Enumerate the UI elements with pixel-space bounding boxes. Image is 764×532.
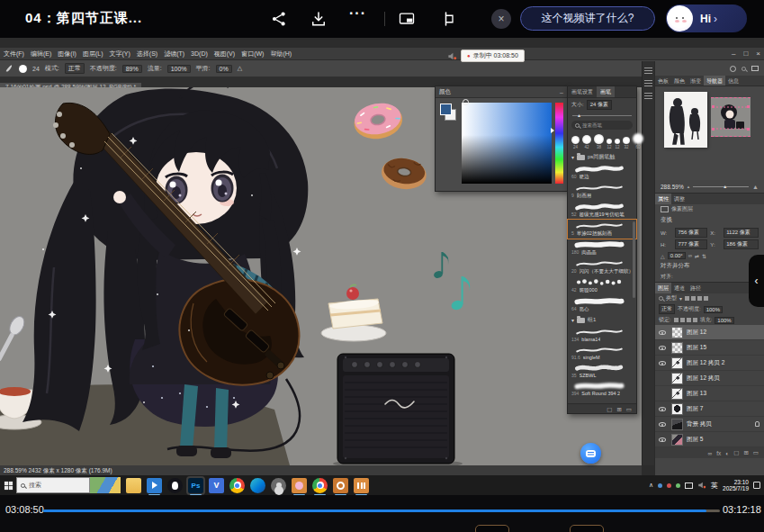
recorder-app-icon[interactable] <box>333 478 348 493</box>
recent-brush[interactable]: 60 <box>633 133 643 149</box>
chapter-marker[interactable] <box>570 525 604 532</box>
photoshop-app-icon[interactable]: Ps <box>188 478 203 493</box>
visibility-eye-icon[interactable] <box>659 437 666 442</box>
smoothing-select[interactable]: 0% <box>216 65 232 73</box>
tab-color[interactable]: 颜色 <box>671 76 688 86</box>
restore-icon[interactable]: □ <box>743 50 748 58</box>
menu-type[interactable]: 文字(Y) <box>109 50 130 59</box>
filter-search-icon[interactable] <box>659 296 663 301</box>
hue-slider-thumb[interactable] <box>551 128 554 133</box>
menu-3d[interactable]: 3D(D) <box>191 50 208 57</box>
angle-icon[interactable]: △ <box>238 65 242 72</box>
recent-brush[interactable]: 24 <box>571 136 580 149</box>
minimize-icon[interactable]: – <box>732 50 735 58</box>
tab-paths[interactable]: 路径 <box>688 283 704 293</box>
tab-gradients[interactable]: 渐变 <box>688 76 704 86</box>
brush-tool-icon[interactable] <box>4 64 13 73</box>
delete-brush-icon[interactable]: ▭ <box>626 405 632 413</box>
tray-app-icon[interactable] <box>658 483 662 488</box>
brush-size-slider[interactable]: ▴ <box>572 112 632 119</box>
layer-mask-icon[interactable]: ◐ <box>725 450 729 456</box>
chevron-down-icon[interactable]: ▾ <box>679 295 682 302</box>
hue-slider[interactable] <box>555 103 563 184</box>
brush-item-selected[interactable]: 5草涂02括腻刻画 <box>568 220 636 239</box>
layer-style-icon[interactable]: fx <box>716 450 721 456</box>
recent-brush[interactable]: 32 <box>623 137 630 149</box>
recent-brush[interactable]: 12 <box>615 139 620 149</box>
collapse-icon[interactable]: – <box>560 89 563 95</box>
zoom-value[interactable]: 288.59% <box>661 184 684 190</box>
brush-group-header[interactable]: ▾ ps同捆笔触 <box>568 151 636 163</box>
menu-layer[interactable]: 图层(L) <box>83 50 103 59</box>
menu-image[interactable]: 图像(I) <box>58 50 76 59</box>
layer-row[interactable]: 图层 5 <box>655 432 764 447</box>
volume-icon[interactable] <box>697 481 706 490</box>
align-section-header[interactable]: 对齐并分布 <box>655 260 764 272</box>
tab-swatches[interactable]: 色板 <box>655 76 671 86</box>
brush-item[interactable]: 180肉晶晶 <box>568 239 636 257</box>
media-app-icon[interactable] <box>147 478 162 493</box>
taskbar-search-input[interactable]: 搜索 <box>16 477 90 493</box>
tab-channels[interactable]: 通道 <box>671 283 688 293</box>
menu-select[interactable]: 选择(S) <box>137 50 157 59</box>
brush-preview-icon[interactable] <box>19 65 27 73</box>
chrome-profile-icon[interactable] <box>312 478 328 493</box>
visibility-eye-icon[interactable] <box>659 407 666 411</box>
fill-field[interactable]: 100% <box>715 317 733 324</box>
zoom-slider[interactable]: ▴ <box>693 186 749 187</box>
slider-thumb-icon[interactable]: ▴ <box>578 113 580 118</box>
brush-item[interactable]: 64恶心 <box>568 295 636 314</box>
layer-row[interactable]: 背景 拷贝 <box>655 417 764 432</box>
assistant-button[interactable]: Hi › <box>666 5 747 32</box>
delete-layer-icon[interactable]: ▭ <box>753 449 759 456</box>
widgets-thumbnail[interactable] <box>90 477 121 493</box>
recent-brush[interactable]: 12 <box>607 139 612 149</box>
flip-icon[interactable] <box>439 10 457 28</box>
link-layers-icon[interactable]: ∞ <box>708 450 713 456</box>
clock[interactable]: 23:10 2025/7/19 <box>723 479 749 491</box>
y-field[interactable]: 186 像素 <box>724 239 759 249</box>
layer-thumbnail[interactable] <box>671 327 683 338</box>
color-gradient-field[interactable] <box>462 103 552 184</box>
chrome-icon[interactable] <box>229 478 245 493</box>
zoom-in-icon[interactable]: ▲ <box>752 184 759 190</box>
tab-layers[interactable]: 图层 <box>655 283 671 293</box>
speaker-muted-icon[interactable] <box>447 51 457 61</box>
share-icon[interactable] <box>270 10 288 28</box>
new-group-icon[interactable]: ▢ <box>733 449 739 456</box>
h-field[interactable]: 777 像素 <box>675 239 707 249</box>
layer-opacity-field[interactable]: 100% <box>704 306 723 313</box>
brush-item[interactable]: 91.6singleM <box>568 344 636 362</box>
scrollbar[interactable] <box>633 221 635 298</box>
menu-help[interactable]: 帮助(H) <box>270 50 292 59</box>
notification-icon[interactable] <box>753 482 760 489</box>
new-layer-icon[interactable]: ⊞ <box>743 449 748 456</box>
flip-horizontal-icon[interactable]: ⇄ <box>695 253 699 259</box>
brush-settings-panel-icon[interactable] <box>644 66 652 74</box>
brush-group-header[interactable]: ▾ 组1 <box>568 314 636 326</box>
search-icon[interactable] <box>742 67 746 71</box>
document-thumbnail[interactable] <box>711 97 751 137</box>
menu-file[interactable]: 文件(F) <box>4 50 24 59</box>
brush-item[interactable]: 60硬边 <box>568 163 636 182</box>
visibility-eye-icon[interactable] <box>659 361 666 365</box>
tab-info[interactable]: 信息 <box>725 76 742 86</box>
video-frame[interactable]: 文件(F) 编辑(E) 图像(I) 图层(L) 文字(Y) 选择(S) 滤镜(T… <box>0 38 764 495</box>
layer-row[interactable]: 图层 12 拷贝 <box>655 371 764 386</box>
brush-item[interactable]: 134blama14 <box>568 326 636 344</box>
ask-video-pill[interactable]: 这个视频讲了什么? <box>520 6 655 31</box>
filter-type-label[interactable]: 类型 <box>666 294 677 302</box>
close-window-icon[interactable]: × <box>756 50 760 58</box>
layer-row[interactable]: 图层 7 <box>655 401 764 417</box>
angle-field[interactable]: 0.00° <box>668 252 686 259</box>
layer-thumbnail[interactable] <box>671 434 683 446</box>
tray-expand-icon[interactable]: ∧ <box>649 482 653 489</box>
new-brush-icon[interactable]: ⊞ <box>616 405 621 413</box>
tab-adjustments[interactable]: 调整 <box>671 194 688 204</box>
brush-item[interactable]: 42斑驳000 <box>568 276 636 295</box>
lock-icons[interactable] <box>674 318 697 322</box>
tray-app-icon[interactable] <box>667 483 671 488</box>
stats-app-icon[interactable] <box>354 478 369 493</box>
layer-thumbnail[interactable] <box>671 357 683 369</box>
brush-search-input[interactable]: 搜索画笔 <box>571 121 633 130</box>
